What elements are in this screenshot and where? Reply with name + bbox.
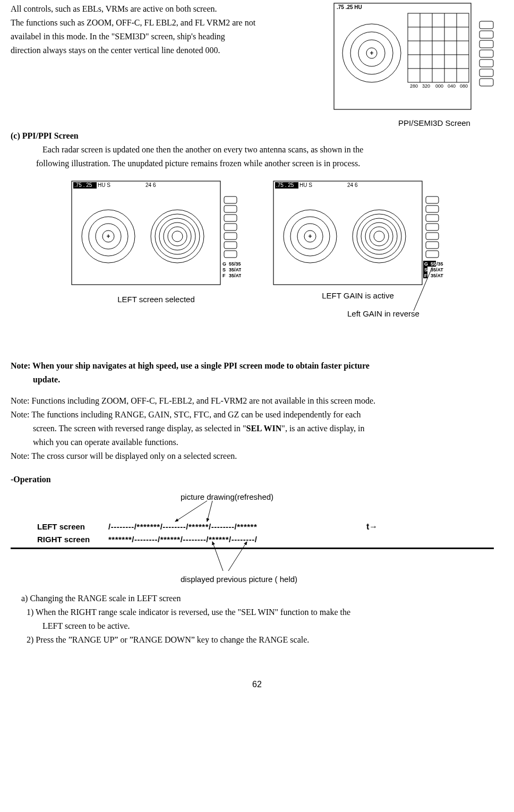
svg-rect-45 [224,215,237,221]
svg-text:F: F [424,273,427,278]
svg-text:24    6: 24 6 [347,182,358,188]
svg-rect-43 [224,196,237,203]
svg-rect-47 [224,233,237,240]
svg-rect-46 [224,224,237,230]
svg-text:/35: /35 [436,261,443,267]
svg-rect-56 [273,181,422,285]
svg-line-93 [228,542,247,571]
section-c-title: (c) PPI/PPI Screen [11,130,503,142]
t-arrow: t→ [366,520,378,533]
svg-text:35/AT: 35/AT [431,273,443,278]
svg-text:35/AT: 35/AT [431,267,443,272]
svg-text:320: 320 [422,83,430,89]
svg-rect-23 [479,50,493,57]
svg-text:280: 280 [410,83,418,89]
figure-ppi-semi3d: .75 .25 HU + 280 320 000 040 [333,3,503,130]
left-pattern: /--------/*******/--------/******/------… [108,522,257,531]
svg-text:S: S [424,267,427,272]
svg-rect-22 [479,40,493,48]
figure-left-selected: .75 . 25 HU S 24 6 + [71,181,241,322]
intro-paragraph: All controls, such as EBLs, VRMs are act… [11,3,323,58]
intro-line: availabel in this mode. In the "SEMI3D" … [11,30,323,43]
svg-text:.75  . 25: .75 . 25 [74,182,92,188]
svg-point-68 [361,218,397,254]
svg-text:000: 000 [435,83,443,89]
reverse-label: Left GAIN in reverse [347,308,419,320]
svg-rect-74 [426,215,439,221]
svg-text:+: + [370,49,373,57]
svg-rect-76 [426,233,439,240]
fig1-caption: PPI/SEMI3D Screen [365,117,503,130]
right-caption: LEFT GAIN is active [294,290,422,302]
svg-text:35/AT: 35/AT [229,273,241,278]
intro-line: All controls, such as EBLs, VRMs are act… [11,3,323,15]
section-c-line: following illustration. The unupdated pi… [36,157,503,170]
svg-point-37 [151,210,204,263]
svg-text:HU S: HU S [299,182,312,188]
svg-text:24    6: 24 6 [145,182,156,188]
sub-a1b: LEFT screen to be active. [42,620,503,632]
svg-text:080: 080 [460,83,468,89]
right-pattern: *******/--------/******/--------/******/… [108,535,257,544]
timing-bottom-label: displayed previous picture ( held) [181,574,297,586]
svg-text:S: S [222,267,226,272]
svg-text:040: 040 [448,83,456,89]
svg-point-38 [155,214,200,259]
svg-rect-0 [334,3,471,109]
svg-rect-20 [479,21,493,29]
svg-point-71 [374,231,384,242]
svg-rect-25 [479,69,493,76]
intro-line: The functions such as ZOOM, OFF-C, FL EB… [11,16,323,29]
note4: Note: The cross cursor will be displayed… [11,450,503,463]
timing-axis [11,548,494,549]
note3b: screen. The screen with reversed range d… [33,422,503,435]
page-number: 62 [11,678,503,691]
svg-text:G: G [222,261,226,267]
svg-rect-49 [224,251,237,258]
sub-a1a: 1) When the RIGHT range scale indicator … [27,606,503,619]
svg-point-70 [370,227,389,246]
svg-text:+: + [106,233,110,240]
svg-text:G: G [424,261,428,267]
svg-line-91 [207,501,212,522]
note1: Note: When your ship navigates at high s… [11,360,503,372]
svg-text:55: 55 [431,261,436,267]
svg-text:.75  . 25: .75 . 25 [276,182,294,188]
svg-rect-48 [224,242,237,249]
operation-heading: -Operation [11,475,51,484]
svg-text:+: + [308,233,312,240]
svg-rect-73 [426,206,439,212]
svg-rect-24 [479,59,493,67]
svg-line-92 [212,542,223,571]
svg-rect-44 [224,206,237,212]
svg-rect-77 [426,242,439,249]
sub-a-title: a) Changing the RANGE scale in LEFT scre… [21,592,503,605]
svg-line-89 [414,267,432,311]
svg-rect-21 [479,31,493,38]
note1b: update. [33,373,503,386]
left-caption: LEFT screen selected [71,294,241,306]
svg-point-39 [159,218,195,254]
right-screen-label: RIGHT screen [37,534,106,546]
svg-rect-26 [479,79,493,86]
note2: Note: Functions including ZOOM, OFF-C, F… [11,395,503,407]
svg-point-42 [172,231,183,242]
timing-diagram: picture drawing(refreshed) LEFT screen /… [11,491,503,587]
fig1-header: .75 .25 HU [337,4,362,10]
timing-top-label: picture drawing(refreshed) [181,491,273,503]
svg-rect-27 [72,181,220,285]
svg-point-66 [353,210,406,263]
svg-rect-72 [426,196,439,203]
svg-point-67 [357,214,401,259]
svg-rect-6 [408,13,469,82]
svg-text:35/AT: 35/AT [229,267,241,272]
svg-rect-78 [426,251,439,258]
svg-line-90 [175,501,207,522]
sub-a2: 2) Press the ”RANGE UP” or ”RANGE DOWN” … [27,634,503,646]
note3c: which you can operate available function… [33,436,503,449]
svg-text:F: F [222,273,226,278]
svg-point-41 [168,227,187,246]
note3a: Note: The functions including RANGE, GAI… [11,408,503,421]
svg-text:HU S: HU S [98,182,110,188]
ppi-semi3d-svg: .75 .25 HU + 280 320 000 040 [333,3,503,112]
